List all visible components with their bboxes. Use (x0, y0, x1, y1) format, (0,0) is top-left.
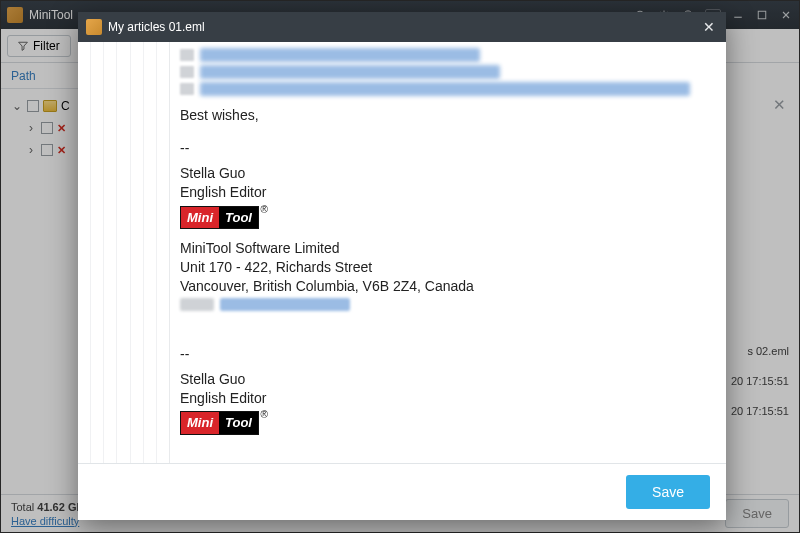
redacted-link (180, 48, 712, 62)
preview-dialog: My articles 01.eml ✕ Best wishes, -- Ste… (78, 12, 726, 520)
logo-mini: Mini (181, 412, 219, 434)
dialog-titlebar: My articles 01.eml ✕ (78, 12, 726, 42)
signature-name: Stella Guo (180, 164, 712, 183)
address-line-1: Unit 170 - 422, Richards Street (180, 258, 712, 277)
redacted-email (180, 298, 712, 311)
minitool-logo: Mini Tool ® (180, 411, 259, 435)
signature-name: Stella Guo (180, 370, 712, 389)
registered-mark: ® (261, 203, 268, 217)
signature-role: English Editor (180, 183, 712, 202)
preview-ruler (78, 42, 170, 463)
signature-separator: -- (180, 345, 712, 364)
minitool-logo: Mini Tool ® (180, 206, 259, 230)
dialog-title: My articles 01.eml (108, 20, 205, 34)
logo-mini: Mini (181, 207, 219, 229)
logo-tool: Tool (219, 412, 258, 434)
email-closing: Best wishes, (180, 106, 712, 125)
registered-mark: ® (261, 408, 268, 422)
signature-separator: -- (180, 139, 712, 158)
dialog-footer: Save (78, 464, 726, 520)
address-line-2: Vancouver, British Columbia, V6B 2Z4, Ca… (180, 277, 712, 296)
dialog-icon (86, 19, 102, 35)
email-preview[interactable]: Best wishes, -- Stella Guo English Edito… (170, 42, 726, 463)
logo-tool: Tool (219, 207, 258, 229)
redacted-link (180, 65, 712, 79)
company-name: MiniTool Software Limited (180, 239, 712, 258)
dialog-close-icon[interactable]: ✕ (700, 18, 718, 36)
dialog-save-button[interactable]: Save (626, 475, 710, 509)
signature-role: English Editor (180, 389, 712, 408)
redacted-link (180, 82, 712, 96)
